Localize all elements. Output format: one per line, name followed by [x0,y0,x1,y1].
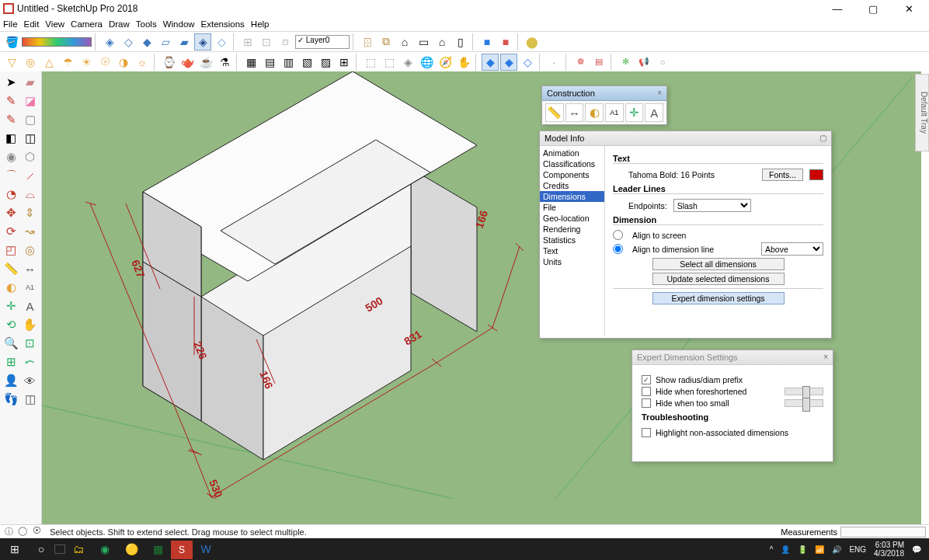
red-box-icon[interactable]: ▤ [590,54,607,71]
top-down-icon[interactable]: ⦾ [96,54,113,71]
menu-file[interactable]: File [3,19,18,29]
box-icon[interactable]: ▭ [415,33,432,50]
scale-tool-icon[interactable]: ◰ [2,241,20,259]
status-user-icon[interactable]: ◯ [17,526,28,537]
teapot-icon[interactable]: 🫖 [179,54,196,71]
dim-icon[interactable]: ↔ [565,103,584,122]
sun-icon[interactable]: ☀ [78,54,95,71]
cube-2-icon[interactable]: ⬚ [381,54,398,71]
tray-battery-icon[interactable]: 🔋 [798,545,807,554]
iso-view-4-icon[interactable]: ▱ [157,33,174,50]
edge-icon[interactable]: ◉ [92,538,118,560]
axes-icon[interactable]: ✛ [625,103,644,122]
cube-1-icon[interactable]: ⬚ [362,54,379,71]
circle-icon[interactable]: ◎ [22,54,39,71]
position-cam-icon[interactable]: 👤 [2,371,20,390]
pointer-tool-icon[interactable]: ➤ [2,73,20,92]
paint-bucket-icon[interactable]: 🪣 [3,33,20,50]
explorer-icon[interactable]: 🗂 [65,538,92,560]
status-help-icon[interactable]: ⓘ [3,526,14,537]
mi-text[interactable]: Text [540,245,604,256]
info-icon[interactable]: ⬤ [524,33,541,50]
update-dims-button[interactable]: Update selected dimensions [652,273,785,285]
maximize-button[interactable]: ▢ [862,2,884,16]
settings-dot-icon[interactable]: ∙ [545,54,562,71]
notifications-icon[interactable]: 💬 [912,545,921,554]
select-all-dims-button[interactable]: Select all dimensions [652,258,785,270]
show-radius-checkbox[interactable]: ✓ [642,375,651,384]
model-info-header[interactable]: Model Info ▢ [540,131,831,146]
expert-header[interactable]: Expert Dimension Settings × [632,350,833,365]
iso-view-2-icon[interactable]: ◇ [120,33,137,50]
iso-view-3-icon[interactable]: ◆ [138,33,155,50]
globe-icon[interactable]: 🌐 [418,54,435,71]
style-3-icon[interactable]: ◇ [519,54,536,71]
expert-close-icon[interactable]: × [823,353,828,362]
polygon-tool-icon[interactable]: ⬡ [21,148,40,166]
small-slider[interactable] [785,399,823,407]
arc-tool-icon[interactable]: ⌒ [2,166,20,185]
line-tool-icon[interactable]: ✎ [2,92,20,110]
text-a1-icon[interactable]: A1 [605,103,624,122]
scene-6-icon[interactable]: ⊞ [336,54,353,71]
material-swatch[interactable] [22,37,92,47]
mi-credits[interactable]: Credits [540,180,604,191]
xray-icon[interactable]: ◇ [213,33,230,50]
zoom-tool-icon[interactable]: 🔍 [2,334,20,353]
fore-slider[interactable] [785,388,823,395]
scene-3-icon[interactable]: ▥ [280,54,297,71]
hide-fore-checkbox[interactable] [642,387,651,396]
cortana-button[interactable]: ○ [28,538,54,560]
shaded-with-textures-icon[interactable]: ◈ [194,33,211,50]
style-active-1-icon[interactable]: ◆ [482,54,499,71]
menu-tools[interactable]: Tools [136,19,157,29]
hand-icon[interactable]: ✋ [455,54,472,71]
pushpull-icon[interactable]: ⇕ [21,203,40,222]
shadow-icon[interactable]: ◑ [115,54,132,71]
compass-icon[interactable]: 🧭 [437,54,454,71]
status-geo-icon[interactable]: ⦿ [31,526,42,537]
green-star-icon[interactable]: ✻ [617,54,634,71]
layer-dropdown[interactable]: ✓ Layer0 [295,35,350,49]
viewport[interactable]: 627 226 166 530 500 831 166 Construction… [42,71,921,538]
2pt-arc-icon[interactable]: ⌓ [21,185,40,203]
red-square-icon[interactable]: ■ [497,33,514,50]
model-info-panel[interactable]: Model Info ▢ Animation Classifications C… [539,130,832,339]
protractor-icon[interactable]: ◐ [585,103,604,122]
modelinfo-collapse-icon[interactable]: ▢ [819,134,826,143]
kettle-icon[interactable]: ⚗ [216,54,233,71]
protractor-icon[interactable]: ◐ [2,278,20,297]
endpoints-select[interactable]: Slash [673,199,751,212]
menu-view[interactable]: View [45,19,64,29]
fonts-button[interactable]: Fonts... [762,169,803,181]
excel-icon[interactable]: ▦ [144,538,171,560]
menu-extensions[interactable]: Extensions [201,19,245,29]
wall-icon[interactable]: ▯ [452,33,469,50]
component-icon[interactable]: ⌹ [359,33,376,50]
tray-up-icon[interactable]: ^ [770,545,774,554]
umbrella-icon[interactable]: ☂ [59,54,76,71]
pan-tool-icon[interactable]: ✋ [21,315,40,334]
task-view-button[interactable] [54,544,65,554]
red-gear-icon[interactable]: ❁ [572,54,589,71]
tray-sound-icon[interactable]: 🔊 [832,545,841,554]
house2-icon[interactable]: ⌂ [433,33,451,50]
align-screen-radio[interactable] [613,230,623,240]
scene-5-icon[interactable]: ▨ [317,54,334,71]
close-button[interactable]: ✕ [898,2,920,16]
mi-file[interactable]: File [540,202,604,213]
menu-window[interactable]: Window [163,19,195,29]
speaker-icon[interactable]: 📢 [635,54,652,71]
circle-small-icon[interactable]: ○ [654,54,671,71]
menu-camera[interactable]: Camera [71,19,103,29]
iso-view-5-icon[interactable]: ▰ [176,33,193,50]
arc2-tool-icon[interactable]: ⟋ [21,166,40,185]
orbit-tool-icon[interactable]: ⟲ [2,315,20,334]
expert-dimension-panel[interactable]: Expert Dimension Settings × ✓Show radius… [632,350,833,462]
pie-tool-icon[interactable]: ◔ [2,185,20,203]
system-clock[interactable]: 6:03 PM 4/3/2018 [874,541,904,558]
fog-icon[interactable]: ☼ [134,54,151,71]
mi-classifications[interactable]: Classifications [540,158,604,169]
iso-view-1-icon[interactable]: ◈ [101,33,118,50]
construction-header[interactable]: Construction × [542,86,666,101]
